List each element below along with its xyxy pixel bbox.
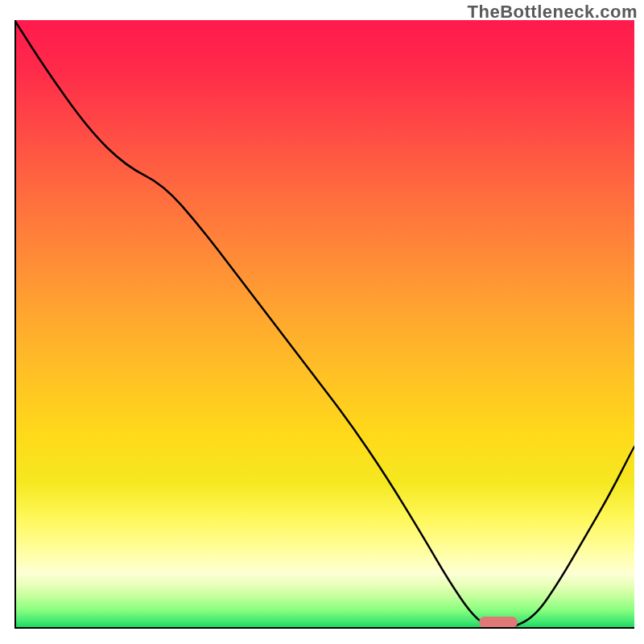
chart-container bbox=[14, 20, 634, 640]
y-axis bbox=[14, 20, 16, 629]
bottleneck-curve bbox=[14, 20, 634, 629]
x-axis bbox=[14, 627, 634, 629]
